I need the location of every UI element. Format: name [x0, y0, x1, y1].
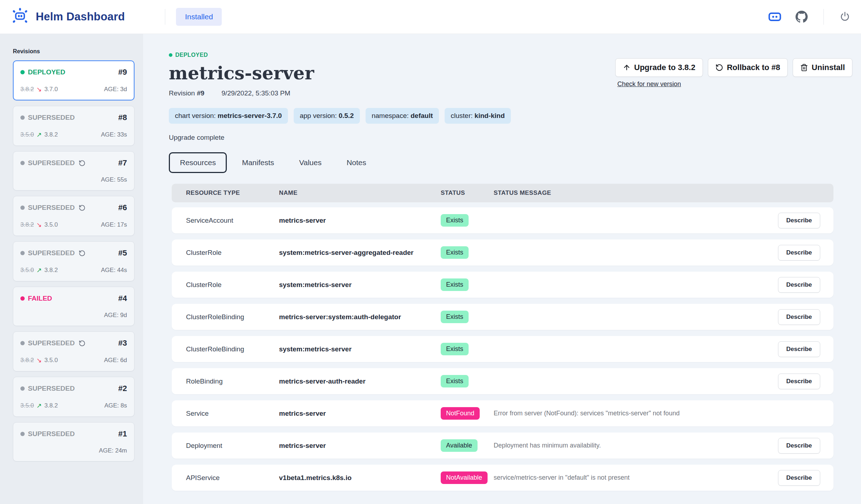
resource-name: metrics-server	[279, 442, 441, 450]
table-row: ClusterRoleBinding metrics-server:system…	[172, 304, 833, 330]
table-row: APIService v1beta1.metrics.k8s.io NotAva…	[172, 465, 833, 491]
new-version: 3.5.0	[44, 357, 58, 364]
nav-installed-tab[interactable]: Installed	[176, 8, 222, 26]
revision-card[interactable]: SUPERSEDED #1	[13, 422, 134, 461]
revision-card[interactable]: SUPERSEDED #6 3.8.2 ↘ 3.5.0	[13, 196, 134, 236]
describe-button[interactable]: Describe	[778, 213, 820, 228]
revision-number: #9	[197, 89, 204, 97]
version-change-arrow-icon: ↗	[36, 131, 42, 139]
revision-age: AGE: 3d	[104, 86, 127, 93]
revision-card[interactable]: SUPERSEDED #5 3.5.0 ↗ 3.8.2	[13, 241, 134, 281]
robot-icon	[11, 8, 29, 26]
version-change-arrow-icon: ↗	[36, 266, 42, 274]
table-row: ClusterRoleBinding system:metrics-server…	[172, 336, 833, 362]
revision-status: SUPERSEDED	[20, 249, 85, 257]
describe-button[interactable]: Describe	[778, 277, 820, 293]
revision-status-label: SUPERSEDED	[28, 339, 75, 347]
resource-type: ClusterRoleBinding	[172, 345, 279, 353]
revision-age: AGE: 8s	[104, 402, 127, 409]
resource-type: ClusterRole	[172, 281, 279, 289]
revision-number: #8	[118, 113, 127, 122]
check-new-version-link[interactable]: Check for new version	[617, 80, 681, 88]
status-dot-icon	[20, 251, 25, 255]
col-status-message: Status message	[494, 189, 778, 197]
resource-name: system:metrics-server-aggregated-reader	[279, 249, 441, 257]
rotate-ccw-icon	[715, 64, 723, 71]
revision-card[interactable]: SUPERSEDED #2 3.5.0 ↗ 3.8.2	[13, 377, 134, 417]
revision-status-label: SUPERSEDED	[28, 159, 75, 167]
revision-card[interactable]: SUPERSEDED #8 3.5.0 ↗ 3.8.2	[13, 106, 134, 146]
describe-button[interactable]: Describe	[778, 341, 820, 357]
revision-status: SUPERSEDED	[20, 204, 85, 212]
revision-status-label: SUPERSEDED	[28, 385, 75, 392]
release-note: Upgrade complete	[169, 134, 861, 142]
status-dot-icon	[20, 341, 25, 345]
release-date: 9/29/2022, 5:35:03 PM	[221, 89, 290, 97]
tab[interactable]: Values	[289, 153, 332, 172]
old-version: 3.5.0	[20, 131, 34, 138]
revision-card[interactable]: FAILED #4	[13, 287, 134, 326]
tab[interactable]: Manifests	[232, 153, 284, 172]
revision-status-label: SUPERSEDED	[28, 204, 75, 212]
revision-age: AGE: 44s	[101, 267, 127, 274]
revision-card[interactable]: SUPERSEDED #3 3.8.2 ↘ 3.5.0	[13, 331, 134, 371]
upgrade-button[interactable]: Upgrade to 3.8.2	[615, 58, 703, 77]
status-badge: NotAvailable	[441, 471, 488, 484]
revision-version-change: 3.5.0 ↗ 3.8.2	[20, 131, 58, 139]
brand[interactable]: Helm Dashboard	[11, 8, 125, 26]
resource-name: metrics-server	[279, 217, 441, 224]
app-title: Helm Dashboard	[36, 10, 125, 23]
revision-status: SUPERSEDED	[20, 385, 75, 392]
resource-name: system:metrics-server	[279, 345, 441, 353]
new-version: 3.5.0	[44, 221, 58, 228]
bot-icon[interactable]	[768, 12, 781, 22]
info-chip: app version: 0.5.2	[294, 108, 360, 124]
describe-button[interactable]: Describe	[778, 245, 820, 261]
resource-name: v1beta1.metrics.k8s.io	[279, 474, 441, 482]
tab[interactable]: Notes	[337, 153, 376, 172]
describe-button[interactable]: Describe	[778, 374, 820, 389]
revision-status-label: SUPERSEDED	[28, 249, 75, 257]
version-change-arrow-icon: ↘	[36, 85, 42, 93]
github-icon[interactable]	[796, 11, 808, 23]
new-version: 3.8.2	[44, 402, 58, 409]
revision-card[interactable]: DEPLOYED #9 3.8.2 ↘ 3.7.0	[13, 60, 134, 100]
revision-card[interactable]: SUPERSEDED #7	[13, 151, 134, 191]
status-dot-icon	[20, 206, 25, 210]
power-icon[interactable]	[840, 11, 850, 22]
describe-button[interactable]: Describe	[778, 470, 820, 486]
describe-button[interactable]: Describe	[778, 438, 820, 454]
revision-version-change: 3.5.0 ↗ 3.8.2	[20, 266, 58, 274]
resource-type: Service	[172, 410, 279, 417]
revision-age: AGE: 24m	[99, 447, 127, 454]
revision-status-label: DEPLOYED	[28, 68, 65, 76]
resources-table: Resource type Name Status Status message…	[172, 184, 833, 491]
table-row: Deployment metrics-server Available Depl…	[172, 433, 833, 459]
resource-type: ClusterRoleBinding	[172, 313, 279, 321]
tab[interactable]: Resources	[169, 152, 227, 173]
reload-icon	[79, 250, 85, 257]
revision-version-change: 3.8.2 ↘ 3.5.0	[20, 221, 58, 229]
revision-status-label: SUPERSEDED	[28, 114, 75, 122]
rollback-button[interactable]: Rollback to #8	[708, 58, 788, 77]
revision-number: #1	[118, 429, 127, 439]
revision-number: #9	[118, 68, 127, 77]
revision-age: AGE: 6d	[104, 357, 127, 364]
revision-number: #4	[118, 294, 127, 303]
uninstall-button[interactable]: Uninstall	[793, 58, 852, 77]
describe-button[interactable]: Describe	[778, 309, 820, 325]
status-message: service/metrics-server in "default" is n…	[494, 474, 778, 481]
revision-age: AGE: 17s	[101, 221, 127, 228]
status-badge: Exists	[441, 375, 469, 387]
version-change-arrow-icon: ↘	[36, 356, 42, 364]
release-actions: Upgrade to 3.8.2 Rollback to #8	[615, 58, 852, 88]
new-version: 3.7.0	[44, 86, 58, 93]
table-row: Service metrics-server NotFound Error fr…	[172, 400, 833, 426]
old-version: 3.8.2	[20, 221, 34, 228]
version-change-arrow-icon: ↗	[36, 402, 42, 410]
col-name: Name	[279, 189, 441, 197]
resource-name: metrics-server	[279, 410, 441, 417]
status-dot-icon	[20, 432, 25, 436]
status-badge: Exists	[441, 343, 469, 355]
revisions-sidebar: Revisions DEPLOYED #9	[0, 34, 143, 504]
